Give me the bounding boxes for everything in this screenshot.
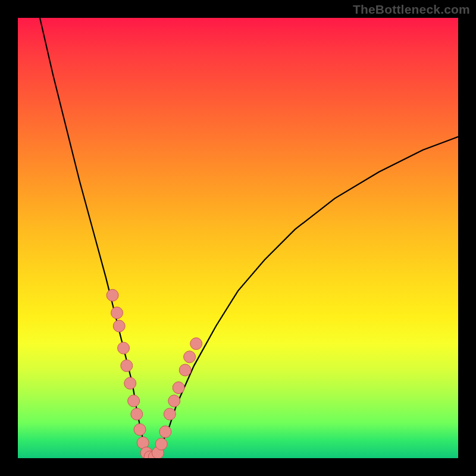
- curve-marker: [121, 360, 133, 372]
- curve-marker: [107, 289, 118, 301]
- curve-marker: [131, 408, 143, 420]
- curve-marker: [124, 377, 136, 389]
- plot-area: [18, 18, 458, 458]
- curve-marker: [155, 438, 167, 450]
- curve-marker: [173, 382, 184, 394]
- curve-marker: [159, 426, 171, 438]
- curve-marker: [128, 395, 140, 407]
- chart-frame: TheBottleneck.com: [0, 0, 476, 476]
- curve-marker: [168, 395, 180, 407]
- curve-marker: [118, 342, 130, 354]
- bottleneck-curve: [40, 18, 458, 458]
- curve-marker: [113, 320, 125, 332]
- curve-markers: [107, 289, 202, 458]
- curve-marker: [184, 351, 196, 363]
- curve-marker: [179, 364, 191, 376]
- curve-marker: [190, 338, 202, 350]
- watermark-text: TheBottleneck.com: [353, 2, 470, 17]
- curve-marker: [164, 408, 176, 420]
- chart-svg: [18, 18, 458, 458]
- curve-marker: [111, 307, 123, 319]
- curve-marker: [134, 424, 146, 436]
